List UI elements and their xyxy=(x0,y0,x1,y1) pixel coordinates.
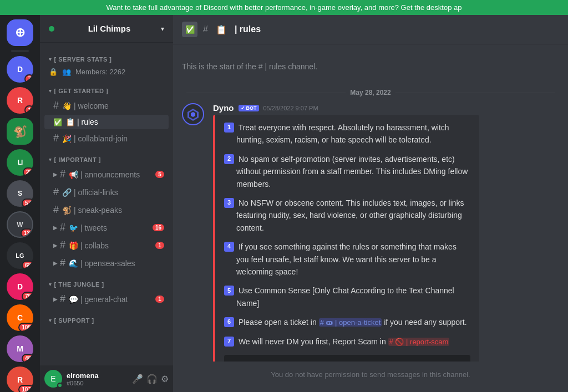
message-header: Dyno ✓ BOT 05/28/2022 9:07 PM xyxy=(213,103,559,113)
category-arrow: ▾ xyxy=(49,57,52,62)
rule-text-7: We will never DM you first, Report Scam … xyxy=(236,335,470,348)
chat-area: ✅ # 📋 | rules This is the start of the #… xyxy=(173,15,568,392)
rule-number-4: 4 xyxy=(224,242,234,252)
server-icon-1[interactable]: D7 xyxy=(7,56,33,83)
hash-icon: # xyxy=(53,100,59,111)
category-arrow-4: ▾ xyxy=(49,282,52,287)
chat-input-area: You do not have permission to send messa… xyxy=(173,362,568,392)
rule-text-2: No spam or self-promotion (server invite… xyxy=(236,153,470,190)
server-divider xyxy=(11,50,29,52)
channel-start-text: This is the start of the # | rules chann… xyxy=(173,53,568,84)
channel-official-links[interactable]: # 🔗 | official-links xyxy=(44,184,169,201)
user-controls: 🎤 🎧 ⚙ xyxy=(132,374,169,384)
category-support[interactable]: ▾ [ SUPPORT ] xyxy=(40,308,173,326)
server-icon-lil-chimps[interactable]: 🐒 xyxy=(7,118,33,145)
mute-button[interactable]: 🎤 xyxy=(132,374,143,384)
header-channel-icon: 📋 xyxy=(216,24,227,35)
channel-welcome[interactable]: # 👋 | welcome xyxy=(44,97,169,114)
expand-arrow-4: ▶ xyxy=(53,260,58,266)
server-icon-2[interactable]: R1 xyxy=(7,87,33,114)
rule-number-6: 6 xyxy=(224,317,234,327)
server-icon-7[interactable]: LG68 xyxy=(7,242,33,269)
rule-text-6: Please open a ticket in # 🎟 | open-a-tic… xyxy=(236,316,470,329)
channel-name: | opensea-sales xyxy=(80,259,164,268)
header-hash: # xyxy=(203,24,208,34)
channel-mention-ticket[interactable]: # 🎟 | open-a-ticket xyxy=(319,318,382,327)
category-important[interactable]: ▾ [ IMPORTANT ] xyxy=(40,147,173,165)
embed-input-bar xyxy=(224,355,470,362)
channel-sidebar: Lil Chimps ▾ ▾ [ SERVER STATS ] 🔒 👥 Memb… xyxy=(40,15,173,392)
rule-1: 1 Treat everyone with respect. Absolutel… xyxy=(224,121,470,146)
rules-emoji: 📋 xyxy=(65,118,75,126)
top-banner: Want to take full advantage of Discord w… xyxy=(0,0,568,15)
category-server-stats[interactable]: ▾ [ SERVER STATS ] xyxy=(40,47,173,65)
bot-badge: ✓ BOT xyxy=(239,105,259,111)
server-icon-discord[interactable]: ⊕ xyxy=(7,19,33,46)
category-arrow-2: ▾ xyxy=(49,88,52,94)
server-icon-10[interactable]: M48 xyxy=(7,335,33,362)
server-icon-6[interactable]: W13 xyxy=(7,211,33,238)
user-avatar: E xyxy=(44,370,62,388)
gc-emoji: 💬 xyxy=(69,295,78,304)
date-divider: May 28, 2022 xyxy=(173,84,568,101)
channel-collabs[interactable]: ▶ # 🎁 | collabs 1 xyxy=(44,237,169,254)
server-icon-11[interactable]: R103 xyxy=(7,366,33,392)
channel-announcements[interactable]: ▶ # 📢 | announcements 5 xyxy=(44,166,169,183)
hash-icon: # xyxy=(53,133,59,144)
rule-number-2: 2 xyxy=(224,154,234,164)
rule-3: 3 No NSFW or obscene content. This inclu… xyxy=(224,197,470,234)
expand-arrow-5: ▶ xyxy=(53,296,58,302)
rule-2: 2 No spam or self-promotion (server invi… xyxy=(224,153,470,190)
rule-7: 7 We will never DM you first, Report Sca… xyxy=(224,335,470,348)
members-icon: 👥 xyxy=(62,68,71,76)
chat-messages[interactable]: This is the start of the # | rules chann… xyxy=(173,44,568,362)
category-get-started[interactable]: ▾ [ GET STARTED ] xyxy=(40,79,173,96)
channel-mention-scam[interactable]: # 🚫 | report-scam xyxy=(388,338,450,346)
server-icon-8[interactable]: D75 xyxy=(7,273,33,300)
channel-header-title: | rules xyxy=(235,24,261,34)
settings-button[interactable]: ⚙ xyxy=(161,374,169,384)
badge-announcements: 5 xyxy=(155,171,164,178)
badge-general-chat: 1 xyxy=(155,296,164,303)
server-icon-5[interactable]: S57 xyxy=(7,180,33,207)
server-icon-9[interactable]: C105 xyxy=(7,304,33,331)
channel-collabland-join[interactable]: # 🎉 | collabland-join xyxy=(44,130,169,147)
user-info: elromena #0650 xyxy=(67,371,128,386)
category-arrow-3: ▾ xyxy=(49,157,52,162)
channel-list: ▾ [ SERVER STATS ] 🔒 👥 Members: 2262 ▾ [… xyxy=(40,43,173,365)
channel-tweets[interactable]: ▶ # 🐦 | tweets 16 xyxy=(44,219,169,236)
links-emoji: 🔗 xyxy=(62,188,72,197)
sneak-emoji: 🐒 xyxy=(62,206,72,215)
lock-icon: 🔒 xyxy=(49,68,58,76)
category-the-jungle[interactable]: ▾ [ THE JUNGLE ] xyxy=(40,272,173,290)
channel-name: | sneak-peaks xyxy=(74,206,164,215)
channel-opensea-sales[interactable]: ▶ # 🌊 | opensea-sales xyxy=(44,254,169,272)
tweets-emoji: 🐦 xyxy=(69,223,78,232)
message-content-dyno: Dyno ✓ BOT 05/28/2022 9:07 PM 1 Treat ev… xyxy=(213,103,559,362)
rules-embed: 1 Treat everyone with respect. Absolutel… xyxy=(213,115,479,362)
server-header[interactable]: Lil Chimps ▾ xyxy=(40,15,173,43)
hash-icon: # xyxy=(60,169,65,180)
channel-general-chat[interactable]: ▶ # 💬 | general-chat 1 xyxy=(44,291,169,308)
rule-number-1: 1 xyxy=(224,123,234,133)
deafen-button[interactable]: 🎧 xyxy=(146,374,158,384)
user-tag: #0650 xyxy=(67,380,128,386)
rule-number-7: 7 xyxy=(224,337,234,347)
user-panel: E elromena #0650 🎤 🎧 ⚙ xyxy=(40,365,173,392)
server-icon-4[interactable]: LI23 xyxy=(7,149,33,176)
server-dropdown-icon[interactable]: ▾ xyxy=(161,25,164,33)
channel-name: | rules xyxy=(77,118,164,126)
message-timestamp: 05/28/2022 9:07 PM xyxy=(263,105,318,111)
checkmark-icon: ✓ xyxy=(241,105,245,111)
channel-name: | general-chat xyxy=(80,295,155,304)
channel-name: | collabland-join xyxy=(74,134,164,143)
channel-sneak-peaks[interactable]: # 🐒 | sneak-peaks xyxy=(44,201,169,218)
server-status-dot xyxy=(49,26,54,32)
rules-checkbox-icon: ✅ xyxy=(53,118,62,126)
channel-rules[interactable]: ✅ 📋 | rules xyxy=(44,115,169,129)
main-layout: ⊕ D7 R1 🐒 LI23 S57 W13 LG68 D75 C105 M48… xyxy=(0,15,568,392)
message-author: Dyno xyxy=(213,103,234,113)
channel-name: | tweets xyxy=(80,223,153,232)
chat-header: ✅ # 📋 | rules xyxy=(173,15,568,44)
username: elromena xyxy=(67,371,128,380)
